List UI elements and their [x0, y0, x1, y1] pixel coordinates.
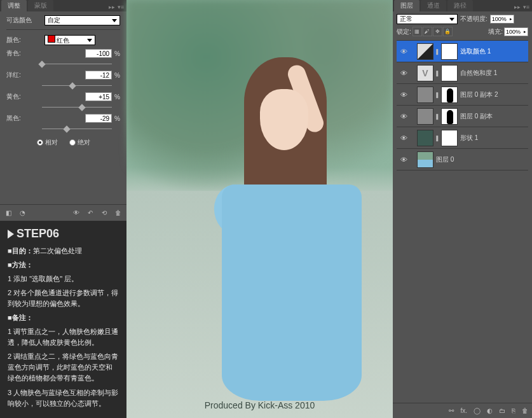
mask-thumb-icon [441, 87, 458, 103]
panel-menu-icon[interactable]: ▾≡ [118, 4, 124, 10]
panel-collapse-icon[interactable]: ▸▸ [109, 4, 115, 10]
layer-name-label: 图层 0 副本 2 [460, 90, 498, 99]
slider-thumb-icon[interactable] [38, 60, 45, 67]
mask-thumb-icon [441, 108, 458, 125]
layer-name-label: 形状 1 [460, 134, 478, 143]
visibility-eye-icon[interactable]: 👁 [399, 69, 408, 78]
visibility-eye-icon[interactable]: 👁 [399, 155, 408, 164]
tab-masks[interactable]: 蒙版 [28, 0, 53, 11]
slider-thumb-icon[interactable] [63, 125, 70, 132]
clip-icon[interactable]: ◔ [18, 209, 27, 218]
slider-label: 洋红: [6, 71, 42, 80]
color-label: 颜色: [6, 36, 42, 45]
link-icon: ❚ [435, 92, 440, 98]
layers-panel-header: 图层 通道 路径 ▸▸ ▾≡ [393, 0, 532, 11]
reset-icon[interactable]: ⟲ [100, 209, 109, 218]
mode-relative-radio[interactable]: 相对 [37, 138, 58, 147]
slider-input-0[interactable] [85, 49, 112, 58]
chevron-down-icon [112, 19, 117, 22]
layer-row[interactable]: 👁❚图层 0 副本 [397, 106, 528, 127]
layer-row[interactable]: 👁图层 0 [397, 149, 528, 171]
step-tutorial-panel: STEP06 ■目的：第二次偏色处理 ■方法： 1 添加 "选取颜色" 层。 2… [0, 221, 126, 418]
slider-thumb-icon[interactable] [69, 82, 76, 89]
slider-label: 黑色: [6, 114, 42, 123]
visibility-eye-icon[interactable]: 👁 [399, 47, 408, 56]
layer-row[interactable]: 👁❚选取颜色 1 [397, 41, 528, 62]
layers-panel: 图层 通道 路径 ▸▸ ▾≡ 正常 不透明度: 100%▸ 锁定: ▦ 🖌 ✥ … [393, 0, 532, 418]
slider-input-2[interactable] [85, 92, 112, 101]
radio-off-icon [69, 139, 76, 146]
link-icon: ❚ [435, 113, 440, 120]
link-icon: ❚ [435, 70, 440, 76]
slider-thumb-icon[interactable] [78, 104, 85, 111]
tab-adjustments[interactable]: 调整 [1, 0, 27, 11]
mode-absolute-radio[interactable]: 绝对 [69, 138, 90, 147]
add-mask-icon[interactable]: ◯ [474, 407, 481, 414]
lock-position-icon[interactable]: ✥ [433, 27, 442, 36]
lock-all-icon[interactable]: 🔒 [443, 27, 453, 36]
layer-name-label: 图层 0 [436, 155, 454, 164]
link-icon: ❚ [435, 135, 440, 141]
tab-paths[interactable]: 路径 [447, 0, 473, 11]
reset-prev-icon[interactable]: ↶ [86, 209, 95, 218]
layer-row[interactable]: 👁❚图层 0 副本 2 [397, 84, 528, 106]
link-layers-icon[interactable]: ⚯ [449, 407, 454, 414]
shape-thumb-icon [417, 130, 433, 146]
mask-thumb-icon [441, 65, 458, 81]
lock-transparent-icon[interactable]: ▦ [413, 27, 422, 36]
mask-thumb-icon [441, 130, 458, 146]
link-icon: ❚ [435, 48, 440, 55]
play-icon [8, 230, 14, 239]
panel-menu-icon[interactable]: ▾≡ [523, 4, 529, 10]
adjustments-panel: 调整 蒙版 ▸▸ ▾≡ 可选颜色 自定 颜色: 红色 青色:%洋红:%黄色:%黑… [0, 0, 126, 221]
opacity-input[interactable]: 100%▸ [490, 15, 514, 24]
vibrance-thumb-icon [417, 65, 433, 81]
visibility-eye-icon[interactable]: 👁 [399, 134, 408, 143]
layer-thumb-icon [417, 108, 433, 125]
trash-icon[interactable]: 🗑 [114, 209, 123, 218]
slider-input-3[interactable] [85, 114, 112, 123]
color-swatch-icon [48, 35, 55, 43]
layer-row[interactable]: 👁❚形状 1 [397, 127, 528, 149]
delete-layer-icon[interactable]: 🗑 [522, 407, 528, 414]
tab-layers[interactable]: 图层 [394, 0, 419, 11]
layer-name-label: 自然饱和度 1 [460, 69, 497, 78]
opacity-label: 不透明度: [460, 15, 488, 24]
tab-channels[interactable]: 通道 [421, 0, 446, 11]
watermark-text: Produced By Kick-Ass 2010 [126, 400, 393, 410]
layers-footer: ⚯ fx. ◯ ◐ 🗀 ⎘ 🗑 [393, 403, 532, 418]
chevron-down-icon [87, 39, 92, 42]
layer-fx-icon[interactable]: fx. [460, 407, 467, 414]
fill-input[interactable]: 100%▸ [504, 27, 528, 36]
slider-track[interactable] [42, 104, 112, 111]
slider-track[interactable] [42, 82, 112, 90]
slider-input-1[interactable] [85, 71, 112, 80]
mask-thumb-icon [441, 43, 458, 60]
slider-track[interactable] [42, 125, 112, 133]
preset-label: 可选颜色 [6, 16, 42, 25]
slider-label: 青色: [6, 49, 42, 58]
layer-name-label: 选取颜色 1 [460, 47, 491, 56]
slider-track[interactable] [42, 60, 112, 68]
fill-label: 填充: [488, 27, 503, 36]
adjustments-footer: ◧ ◔ 👁 ↶ ⟲ 🗑 [0, 204, 126, 221]
color-select[interactable]: 红色 [44, 35, 95, 45]
chevron-down-icon [449, 18, 454, 21]
lock-pixels-icon[interactable]: 🖌 [423, 27, 432, 36]
add-adjustment-icon[interactable]: ◐ [487, 407, 493, 414]
adjust-layer-icon[interactable]: ◧ [4, 209, 13, 218]
new-layer-icon[interactable]: ⎘ [512, 407, 515, 414]
preset-select[interactable]: 自定 [44, 15, 120, 25]
layer-row[interactable]: 👁❚自然饱和度 1 [397, 62, 528, 84]
panel-collapse-icon[interactable]: ▸▸ [514, 4, 521, 10]
adjustments-panel-header: 调整 蒙版 ▸▸ ▾≡ [0, 0, 126, 11]
visibility-eye-icon[interactable]: 👁 [399, 112, 408, 121]
image-thumb-icon [417, 151, 433, 168]
new-group-icon[interactable]: 🗀 [499, 407, 505, 414]
layer-name-label: 图层 0 副本 [460, 112, 493, 121]
canvas-image: Produced By Kick-Ass 2010 [126, 0, 393, 418]
eye-icon[interactable]: 👁 [72, 209, 81, 218]
lock-label: 锁定: [397, 27, 411, 36]
visibility-eye-icon[interactable]: 👁 [399, 90, 408, 99]
blend-mode-select[interactable]: 正常 [397, 14, 458, 24]
